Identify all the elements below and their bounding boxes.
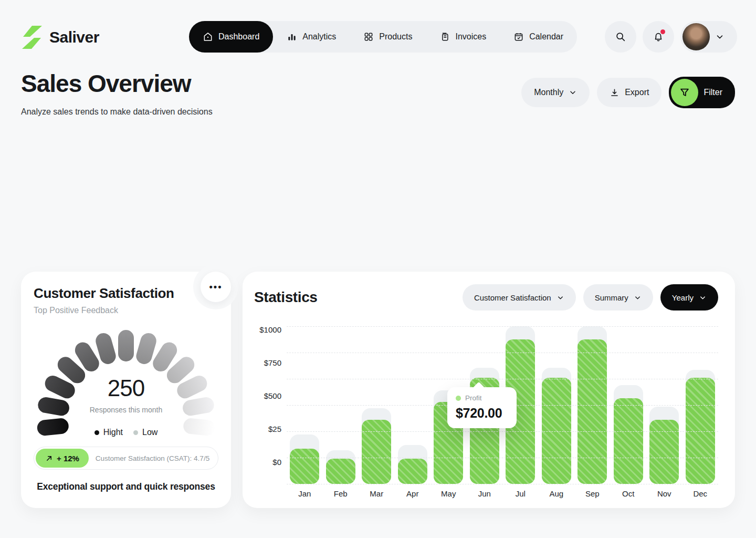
nav-item-products[interactable]: Products	[350, 21, 426, 53]
metric-dropdown[interactable]: Customer Satisfaction	[463, 284, 576, 311]
export-button[interactable]: Export	[597, 78, 662, 107]
card-menu-button[interactable]: •••	[201, 272, 231, 302]
y-tick-label: $1000	[259, 325, 281, 334]
period-dropdown[interactable]: Monthly	[521, 78, 590, 107]
bar-jan[interactable]	[290, 449, 319, 484]
range-dropdown[interactable]: Yearly	[660, 284, 718, 311]
search-button[interactable]	[605, 21, 636, 53]
satisfaction-gauge: 250 Responses this month	[37, 330, 215, 419]
bar-aug[interactable]	[542, 378, 571, 484]
bar-nov[interactable]	[649, 420, 679, 484]
invoice-icon	[439, 32, 450, 42]
nav-item-label: Invoices	[455, 32, 486, 42]
search-icon	[615, 31, 626, 43]
x-tick-label: Jul	[502, 489, 539, 498]
statistics-filters: Customer Satisfaction Summary Yearly	[463, 284, 718, 311]
header-controls: Monthly Export Filter	[521, 77, 735, 108]
bar-oct[interactable]	[614, 398, 643, 484]
gridline	[287, 326, 718, 327]
download-icon	[610, 88, 620, 98]
chevron-down-icon	[715, 32, 724, 42]
nav-item-invoices[interactable]: Invoices	[426, 21, 500, 53]
nav-item-label: Calendar	[529, 32, 563, 42]
x-tick-label: Sep	[574, 489, 611, 498]
account-menu[interactable]	[680, 21, 737, 53]
bar-feb[interactable]	[326, 459, 355, 484]
gauge-segment-pill	[183, 418, 216, 437]
statistics-title: Statistics	[254, 289, 318, 306]
x-tick-label: Oct	[611, 489, 647, 498]
nav-item-label: Products	[379, 32, 412, 42]
bar-dec[interactable]	[686, 378, 715, 484]
x-tick-label: Mar	[359, 489, 395, 498]
notification-badge	[660, 29, 665, 34]
statistics-header: Statistics Customer Satisfaction Summary…	[254, 284, 718, 311]
filter-icon-circle	[671, 79, 698, 106]
period-dropdown-label: Monthly	[534, 88, 563, 97]
bar-chart: $1000$750$500$25$0 Profit $720.00	[254, 326, 718, 484]
chevron-down-icon	[569, 88, 577, 97]
range-dropdown-label: Yearly	[672, 293, 694, 302]
avatar	[682, 23, 710, 50]
page-title: Sales Overview	[21, 69, 191, 98]
nav-item-calendar[interactable]: Calendar	[500, 21, 577, 53]
chevron-down-icon	[634, 294, 642, 302]
x-tick-label: Dec	[682, 489, 719, 498]
nav-item-label: Dashboard	[218, 32, 259, 42]
funnel-icon	[679, 87, 690, 98]
export-button-label: Export	[625, 88, 649, 97]
bar-sep[interactable]	[578, 339, 607, 484]
metric-dropdown-label: Customer Satisfaction	[474, 293, 551, 302]
gauge-caption: Responses this month	[37, 406, 215, 414]
brand-logo: Saliver	[21, 25, 99, 49]
gauge-segment	[117, 330, 224, 518]
y-tick-label: $0	[272, 458, 281, 467]
gridline	[287, 353, 718, 353]
home-icon	[203, 32, 213, 42]
filter-button[interactable]: Filter	[669, 77, 735, 108]
x-tick-label: Jun	[467, 489, 503, 498]
y-axis: $1000$750$500$25$0	[254, 326, 287, 484]
x-tick-label: May	[430, 489, 467, 498]
statistics-card: Statistics Customer Satisfaction Summary…	[243, 272, 735, 508]
card-menu-scoop: •••	[193, 264, 238, 309]
tooltip-series-dot	[456, 396, 461, 401]
view-dropdown[interactable]: Summary	[583, 284, 653, 311]
page-subtitle: Analyze sales trends to make data-driven…	[21, 107, 213, 117]
chevron-down-icon	[556, 294, 564, 302]
view-dropdown-label: Summary	[595, 293, 628, 302]
y-tick-label: $750	[264, 358, 281, 367]
tooltip-series-label: Profit	[465, 394, 482, 402]
x-tick-label: Jan	[287, 489, 323, 498]
nav-item-dashboard[interactable]: Dashboard	[189, 21, 273, 53]
gridline	[287, 458, 718, 458]
filter-button-label: Filter	[704, 88, 722, 97]
y-tick-label: $500	[264, 391, 281, 400]
tooltip-value: $720.00	[456, 406, 508, 421]
chevron-down-icon	[699, 294, 707, 302]
x-tick-label: Nov	[646, 489, 682, 498]
grid-icon	[363, 32, 374, 42]
x-tick-label: Feb	[323, 489, 359, 498]
calendar-icon	[513, 32, 524, 42]
nav-item-analytics[interactable]: Analytics	[273, 21, 350, 53]
topbar-actions	[605, 21, 737, 53]
customer-satisfaction-card: ••• Customer Satisfaction Top Positive F…	[21, 272, 231, 508]
nav-item-label: Analytics	[302, 32, 336, 42]
bar-apr[interactable]	[398, 459, 427, 484]
brand-logo-icon	[21, 25, 43, 49]
notifications-button[interactable]	[643, 21, 674, 53]
gridline	[287, 484, 718, 484]
x-tick-label: Aug	[539, 489, 575, 498]
main-nav: Dashboard Analytics Products Invoices Ca…	[189, 21, 577, 53]
y-tick-label: $25	[268, 425, 281, 433]
gridline	[287, 379, 718, 379]
bar-mar[interactable]	[362, 420, 391, 484]
tooltip-header: Profit	[456, 394, 508, 402]
x-tick-label: Apr	[395, 489, 431, 498]
chart-tooltip: Profit $720.00	[447, 387, 517, 428]
gridline	[287, 431, 718, 432]
bar-chart-icon	[287, 32, 297, 42]
gauge-value: 250	[37, 375, 215, 401]
brand-name: Saliver	[49, 28, 99, 46]
